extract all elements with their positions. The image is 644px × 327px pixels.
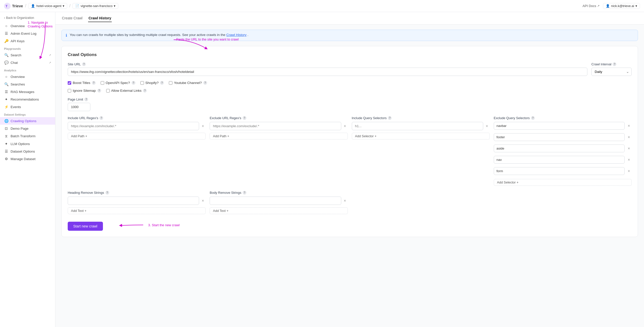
include-url-input[interactable] [68,122,199,130]
nav-separator: / [25,3,26,9]
selector-input-form[interactable] [494,167,625,175]
selector-input-footer[interactable] [494,133,625,141]
selector-clear-footer[interactable]: × [626,134,632,140]
ignore-sitemap-help[interactable]: ? [97,89,101,92]
label-text: Include Query Selectors [352,116,387,120]
logo-text: Trieve [12,4,23,8]
add-heading-text-btn[interactable]: Add Text + [68,207,206,214]
label-text: Page Limit [68,98,83,101]
interval-help-icon[interactable]: ? [613,62,616,66]
sidebar-item-analytics-overview[interactable]: ○ Overview [0,73,55,80]
selector-clear-nav[interactable]: × [626,157,632,163]
site-url-help-icon[interactable]: ? [82,62,86,66]
app-logo[interactable]: T Trieve [4,3,23,9]
boost-titles-check[interactable]: Boost Titles ? [68,81,96,85]
shopify-input[interactable] [140,81,144,85]
batch-icon: ⧖ [4,134,9,138]
selector-clear-form[interactable]: × [626,168,632,174]
org-selector[interactable]: 👤 hotel-voice-agent ▾ [28,3,67,9]
openapi-spec-input[interactable] [101,81,104,85]
sidebar-item-api-keys[interactable]: 🔑 API Keys [0,37,55,45]
add-include-selector-btn[interactable]: Add Selector + [352,133,490,139]
exclude-url-help[interactable]: ? [243,116,246,120]
sidebar-item-events[interactable]: ⚡ Events [0,103,55,111]
user-menu[interactable]: 👤 nick.k@trieve.ai ▾ [603,3,640,9]
body-remove-help[interactable]: ? [243,191,246,195]
add-exclude-path-btn[interactable]: Add Path + [210,133,348,139]
openapi-spec-check[interactable]: OpenAPI Spec? ? [101,81,135,85]
sidebar-item-dataset-options[interactable]: ☰ Dataset Options [0,148,55,155]
remove-strings-row: Heading Remove Strings ? × Add Text + [68,191,632,214]
include-qs-clear[interactable]: × [484,123,490,129]
selector-clear-aside[interactable]: × [626,146,632,151]
sidebar-item-rag-messages[interactable]: ☰ RAG Messages [0,88,55,96]
selector-input-aside[interactable] [494,145,625,152]
allow-external-help[interactable]: ? [143,89,147,92]
heading-remove-input[interactable] [68,197,199,205]
btn-label: Add Path + [71,134,87,138]
tab-create-crawl[interactable]: Create Crawl [61,15,83,22]
sidebar-label: Search [11,53,21,57]
openapi-help[interactable]: ? [132,81,135,85]
youtube-input[interactable] [169,81,172,85]
shopify-help[interactable]: ? [160,81,164,85]
card-title: Crawl Options [68,52,632,57]
ignore-sitemap-check[interactable]: Ignore Sitemap ? [68,89,101,92]
crawl-history-link[interactable]: Crawl History [226,33,246,37]
site-url-group: Site URL ? [68,62,587,76]
shopify-check[interactable]: Shopify? ? [140,81,164,85]
include-qs-input[interactable] [352,122,483,130]
sidebar-item-chat[interactable]: 💬 Chat ↗ [0,59,55,66]
selector-clear-navbar[interactable]: × [626,123,632,129]
page-limit-input[interactable] [68,103,90,111]
exclude-url-input[interactable] [210,122,341,130]
sidebar-item-recommendations[interactable]: ✦ Recommendations [0,96,55,103]
sidebar-item-batch-transform[interactable]: ⧖ Batch Transform [0,132,55,140]
add-body-text-btn[interactable]: Add Text + [210,207,348,214]
page-limit-help[interactable]: ? [84,98,88,101]
body-remove-clear[interactable]: × [342,198,348,204]
exclude-url-input-row: × [210,122,348,130]
include-url-clear[interactable]: × [200,123,206,129]
body-remove-input[interactable] [210,197,341,205]
api-docs-link[interactable]: API Docs ↗ [583,4,599,8]
heading-remove-help[interactable]: ? [105,191,109,195]
site-url-input[interactable] [68,68,587,76]
sidebar-item-demo-page[interactable]: ⊡ Demo Page [0,125,55,132]
add-exclude-selector-btn[interactable]: Add Selector + [494,179,632,186]
selector-input-navbar[interactable] [494,122,625,130]
sidebar-item-crawling-options[interactable]: 🌐 Crawling Options [0,117,55,125]
include-url-regex-group: Include URL Regex's ? × Add Path + [68,116,206,139]
ignore-sitemap-input[interactable] [68,89,71,92]
step3-arrow-svg [118,220,148,230]
org-name: hotel-voice-agent [36,4,61,8]
heading-remove-clear[interactable]: × [200,198,206,204]
boost-titles-help[interactable]: ? [92,81,96,85]
sidebar-item-manage-dataset[interactable]: ⚙ Manage Dataset [0,155,55,163]
btn-label: Add Text + [71,209,87,213]
sidebar-label: Dataset Options [11,150,35,153]
boost-titles-input[interactable] [68,81,71,85]
add-include-path-btn[interactable]: Add Path + [68,133,206,139]
allow-external-check[interactable]: Allow External Links ? [106,89,147,92]
include-url-help[interactable]: ? [99,116,103,120]
sidebar-item-search[interactable]: 🔍 Search ↗ [0,51,55,59]
exclude-qs-help[interactable]: ? [531,116,535,120]
allow-external-input[interactable] [106,89,110,92]
external-link-icon: ↗ [597,4,599,8]
dataset-options-icon: ☰ [4,149,9,153]
youtube-help[interactable]: ? [203,81,207,85]
youtube-check[interactable]: Youtube Channel? ? [169,81,207,85]
crawl-interval-select[interactable]: Daily Weekly Monthly [591,68,632,76]
sidebar-item-overview[interactable]: ○ Overview [0,22,55,30]
exclude-url-clear[interactable]: × [342,123,348,129]
tab-crawl-history[interactable]: Crawl History [88,15,112,22]
start-crawl-button[interactable]: Start new crawl [68,222,103,231]
selector-input-nav[interactable] [494,156,625,164]
sidebar-item-searches[interactable]: 🔍 Searches [0,80,55,88]
include-qs-help[interactable]: ? [388,116,392,120]
back-to-org[interactable]: ‹ Back to Organization [0,15,55,22]
dataset-selector[interactable]: 📄 vignette-san-francisco ▾ [72,3,118,9]
sidebar-item-admin-event-log[interactable]: ☰ Admin Event Log [0,30,55,37]
sidebar-item-llm-options[interactable]: ✦ LLM Options [0,140,55,148]
